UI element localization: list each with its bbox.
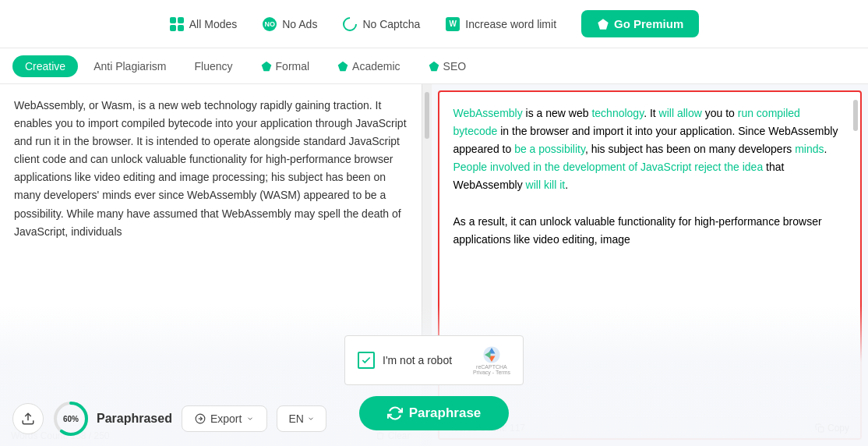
output-p1-m1: is a new web	[523, 107, 592, 119]
clear-button[interactable]: Clear	[376, 430, 411, 441]
no-ads-item: NO No Ads	[262, 16, 317, 32]
recaptcha-policy: Privacy - Terms	[473, 370, 510, 375]
output-people: People involved in the development of Ja…	[453, 161, 764, 173]
all-modes-item: All Modes	[169, 16, 237, 32]
all-modes-icon	[169, 16, 185, 32]
no-captcha-label: No Captcha	[362, 18, 420, 30]
recaptcha-icon	[482, 345, 501, 364]
tab-anti-plagiarism[interactable]: Anti Plagiarism	[81, 55, 178, 77]
output-p1-end: .	[565, 179, 568, 191]
go-premium-button[interactable]: Go Premium	[581, 10, 699, 37]
diamond-icon	[597, 18, 609, 30]
copy-label: Copy	[827, 423, 849, 434]
academic-diamond-icon	[337, 61, 348, 72]
output-p1-m5: , his subject has been on many developer…	[585, 143, 795, 155]
tab-seo[interactable]: SEO	[416, 55, 479, 77]
paraphrase-icon	[387, 405, 403, 421]
tab-formal[interactable]: Formal	[249, 55, 323, 77]
svg-marker-0	[598, 19, 608, 29]
copy-button[interactable]: Copy	[815, 423, 849, 434]
output-paragraph-2: As a result, it can unlock valuable func…	[453, 213, 847, 249]
export-button[interactable]: Export	[182, 405, 267, 432]
svg-marker-3	[429, 61, 439, 71]
tabs-bar: Creative Anti Plagiarism Fluency Formal …	[0, 48, 868, 84]
center-divider	[422, 84, 432, 446]
seo-diamond-icon	[429, 61, 439, 72]
formal-diamond-icon	[261, 61, 272, 72]
export-chevron-icon	[246, 415, 254, 423]
tab-seo-label: SEO	[443, 60, 467, 73]
left-panel: WebAssembly, or Wasm, is a new web techn…	[0, 84, 422, 446]
language-label: EN	[288, 412, 303, 425]
upload-icon	[21, 412, 35, 426]
right-panel: WebAssembly is a new web technology. It …	[438, 90, 863, 440]
clear-label: Clear	[388, 430, 411, 441]
main-content: WebAssembly, or Wasm, is a new web techn…	[0, 84, 868, 446]
left-scrollbar[interactable]	[425, 92, 429, 139]
progress-circle: 60%	[53, 401, 89, 437]
output-p1-m2: . It	[644, 107, 658, 119]
tab-formal-label: Formal	[276, 60, 310, 73]
right-scrollbar[interactable]	[853, 100, 858, 131]
svg-text:60%: 60%	[63, 415, 79, 423]
output-wasm: WebAssembly	[453, 107, 523, 119]
bottom-status-bar: 60% Paraphrased Export EN	[12, 401, 326, 437]
paraphrase-button[interactable]: Paraphrase	[359, 396, 510, 430]
word-limit-icon: W	[445, 16, 460, 32]
tab-fluency-label: Fluency	[195, 60, 233, 73]
word-limit-label: Increase word limit	[465, 18, 556, 30]
output-will-kill: will kill it	[526, 179, 566, 191]
output-will-allow: will allow	[659, 107, 702, 119]
tab-academic[interactable]: Academic	[325, 55, 412, 77]
tab-creative-label: Creative	[25, 60, 65, 73]
output-minds: minds	[795, 143, 824, 155]
upload-button[interactable]	[12, 403, 44, 434]
tab-fluency[interactable]: Fluency	[182, 55, 245, 77]
no-ads-label: No Ads	[282, 18, 317, 30]
captcha-main-label: I'm not a robot	[383, 354, 465, 366]
top-bar: All Modes NO No Ads No Captcha W Increas…	[0, 0, 868, 48]
paraphrased-label: Paraphrased	[97, 412, 172, 426]
svg-rect-4	[818, 427, 824, 433]
svg-marker-2	[338, 61, 348, 71]
output-p1-m3: you to	[702, 107, 738, 119]
export-label: Export	[210, 412, 242, 425]
go-premium-label: Go Premium	[614, 17, 683, 30]
output-tech: technology	[591, 107, 644, 119]
captcha-checkbox[interactable]	[358, 352, 375, 369]
captcha-logo: reCAPTCHA Privacy - Terms	[473, 345, 510, 375]
svg-marker-1	[261, 61, 271, 71]
paraphrase-label: Paraphrase	[409, 405, 482, 421]
tab-academic-label: Academic	[352, 60, 400, 73]
output-possibility: be a possibility	[514, 143, 585, 155]
output-paragraph-1: WebAssembly is a new web technology. It …	[453, 104, 847, 194]
clear-icon	[376, 431, 385, 441]
captcha-box: I'm not a robot reCAPTCHA Privacy - Term…	[344, 335, 524, 385]
output-p1-m6: .	[824, 143, 827, 155]
tab-anti-plagiarism-label: Anti Plagiarism	[94, 60, 166, 73]
input-text: WebAssembly, or Wasm, is a new web techn…	[14, 99, 407, 238]
recaptcha-label: reCAPTCHA	[476, 364, 507, 370]
progress-container: 60% Paraphrased	[53, 401, 172, 437]
checkmark-icon	[361, 355, 372, 366]
all-modes-label: All Modes	[189, 18, 237, 30]
no-captcha-item: No Captcha	[342, 16, 420, 32]
word-limit-item: W Increase word limit	[445, 16, 556, 32]
language-button[interactable]: EN	[277, 405, 326, 432]
captcha-text: I'm not a robot	[383, 354, 465, 366]
no-ads-icon: NO	[262, 16, 277, 32]
lang-chevron-icon	[307, 415, 315, 423]
export-icon	[195, 413, 206, 424]
no-captcha-icon	[342, 16, 358, 32]
tab-creative[interactable]: Creative	[12, 55, 78, 77]
copy-icon	[815, 423, 824, 433]
